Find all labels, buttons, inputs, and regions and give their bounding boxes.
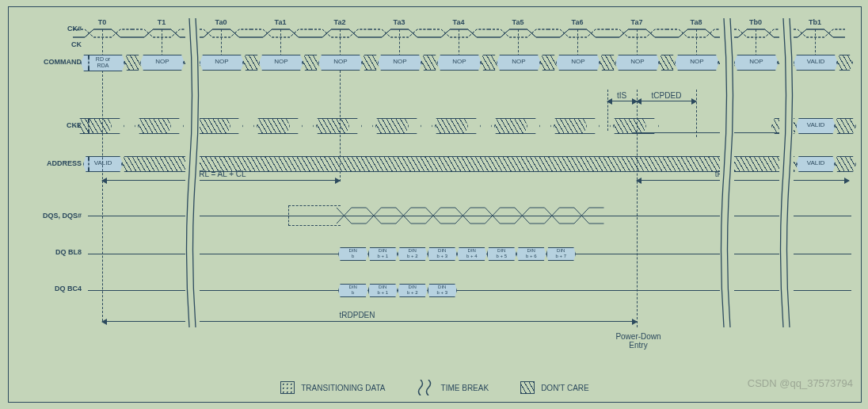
bl8-d3: DINb + 3 (428, 247, 458, 261)
clock-cell (370, 26, 429, 40)
command-2: NOP (200, 55, 244, 71)
command-gap (539, 55, 558, 71)
tick-Ta3: Ta3 (383, 18, 415, 26)
tick-Ta6: Ta6 (562, 18, 593, 26)
command-gap (242, 55, 261, 71)
tick-T0: T0 (86, 18, 118, 26)
command-5: NOP (378, 55, 422, 71)
bl8-d1: DINb + 1 (368, 247, 398, 261)
arrow-trdpden (102, 321, 637, 322)
bc4-d0: DINb (338, 284, 368, 297)
legend-dontcare-icon (520, 381, 535, 394)
cke-seg (135, 118, 184, 134)
cke-hatch-lead (88, 118, 89, 134)
vline-ta2 (340, 71, 341, 182)
tick-Ta0: Ta0 (205, 18, 237, 26)
label-dq-bc4: DQ BC4 (9, 285, 88, 292)
cke-hatch-tail (834, 118, 856, 134)
cke-seg (372, 118, 421, 134)
clock-cell (73, 26, 132, 40)
label-ck: CK (9, 40, 88, 48)
bc4-d3: DINb + 3 (428, 284, 458, 297)
command-4: NOP (318, 55, 363, 71)
bl8-d6: DINb + 6 (516, 247, 546, 261)
clock-cell (607, 26, 667, 40)
tick-Ta5: Ta5 (502, 18, 534, 26)
vline-t0 (102, 71, 103, 321)
command-gap (124, 55, 142, 71)
dqbc4-baseline (88, 290, 851, 291)
cke-seg (75, 118, 124, 134)
command-7: NOP (497, 55, 541, 71)
clock-cell (132, 26, 192, 40)
command-1: NOP (140, 55, 185, 71)
cke-seg (313, 118, 362, 134)
cke-low (632, 132, 782, 133)
tick-Ta7: Ta7 (621, 18, 653, 26)
bl8-d4: DINb + 4 (457, 247, 487, 261)
bc4-d1: DINb + 1 (368, 284, 398, 297)
arrow-tcpded (637, 101, 696, 101)
bl8-d5: DINb + 5 (487, 247, 517, 261)
anno-trdpden: tRDPDEN (310, 311, 405, 319)
command-edge (836, 55, 853, 71)
dqs-waveform (337, 203, 665, 230)
cke-seg (253, 118, 303, 134)
command-gap (361, 55, 379, 71)
cke-seg (550, 118, 600, 134)
clock-cell (786, 26, 845, 40)
clock-cell (310, 26, 370, 40)
addr-hatch-l (88, 156, 89, 172)
label-dq-bl8: DQ BL8 (9, 248, 88, 256)
tick-T1: T1 (146, 18, 177, 26)
tick-Ta1: Ta1 (265, 18, 296, 26)
clock-cell (726, 26, 786, 40)
time-break (779, 18, 794, 327)
legend: TRANSITIONING DATA TIME BREAK DON'T CARE (9, 380, 861, 396)
legend-dontcare: DON'T CARE (541, 384, 589, 392)
legend-break: TIME BREAK (441, 384, 489, 392)
bc4-d2: DINb + 2 (398, 284, 428, 297)
tick-Ta2: Ta2 (324, 18, 356, 26)
clock-cell (251, 26, 310, 40)
anno-pde: Power-Down Entry (607, 332, 670, 350)
legend-trans-icon (280, 381, 295, 394)
command-edge (88, 55, 89, 71)
time-break (720, 18, 734, 327)
cke-seg (491, 118, 540, 134)
anno-tis: tIS (607, 91, 636, 100)
tick-Ta8: Ta8 (680, 18, 712, 26)
command-10: NOP (675, 55, 719, 71)
cke-seg (194, 118, 243, 134)
command-6: NOP (437, 55, 482, 71)
clock-cell (489, 26, 548, 40)
time-break (185, 18, 200, 327)
clock-cell (667, 26, 726, 40)
command-gap (302, 55, 320, 71)
command-11: NOP (734, 55, 779, 71)
clock-cell (192, 26, 251, 40)
clock-cell (548, 26, 607, 40)
label-address: ADDRESS (9, 159, 88, 167)
addr-valid-1: VALID (796, 156, 836, 172)
tick-Tb0: Tb0 (740, 18, 771, 26)
vline-ta7 (637, 90, 638, 327)
vline-ta8 (696, 90, 697, 137)
command-gap (658, 55, 676, 71)
bl8-d2: DINb + 2 (398, 247, 428, 261)
cke-valid: VALID (796, 118, 836, 134)
clock-cell (429, 26, 489, 40)
command-8: NOP (556, 55, 600, 71)
command-gap (480, 55, 498, 71)
command-gap (599, 55, 617, 71)
timing-diagram: { "labels":{ "ck_hash":"CK#","ck":"CK","… (8, 6, 862, 403)
command-3: NOP (259, 55, 303, 71)
legend-break-icon (417, 380, 435, 396)
addr-hatch-r (834, 156, 856, 172)
arrow-rl (102, 180, 340, 181)
bl8-d0: DINb (338, 247, 368, 261)
tick-Tb1: Tb1 (799, 18, 831, 26)
arrow-tpd (637, 180, 849, 181)
bl8-d7: DINb + 7 (546, 247, 577, 261)
label-dqs: DQS, DQS# (9, 212, 88, 220)
